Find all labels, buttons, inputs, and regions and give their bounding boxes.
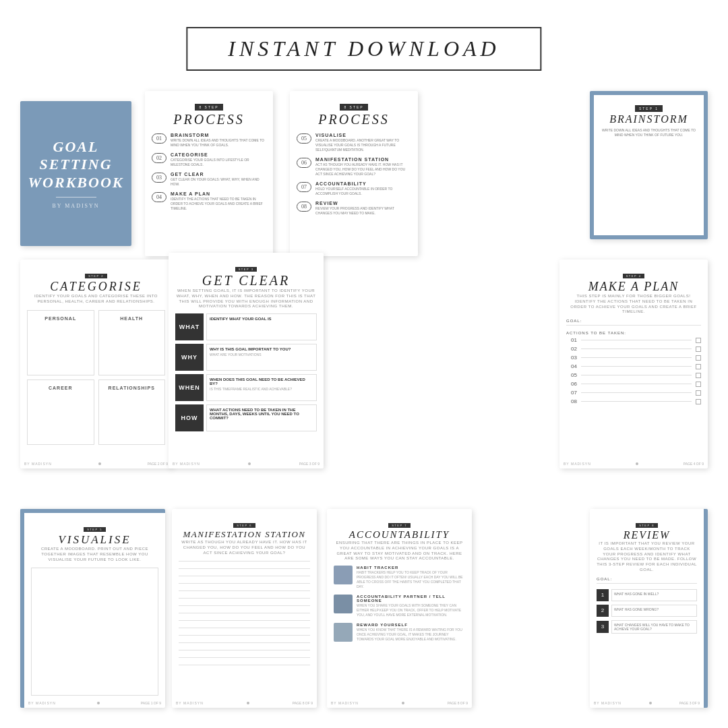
review-goal-label: GOAL:: [597, 577, 697, 581]
process2-item-8: 08 REVIEW REVIEW YOUR PROGRESS AND IDENT…: [297, 201, 411, 216]
review-heading: REVIEW: [597, 529, 697, 541]
cover-title: GOALSETTINGWORKBOOK: [28, 138, 124, 191]
get-clear-step-badge: STEP 3: [235, 267, 257, 272]
manifestation-footer: BY MADISYN PAGE 8 OF 9: [172, 701, 317, 705]
make-plan-actions-label: ACTIONS TO BE TAKEN:: [566, 331, 701, 335]
review-row-1: 1 WHAT HAS GONE IN WELL?: [597, 589, 697, 601]
plan-row-7: 07: [566, 390, 701, 396]
process1-item-2: 02 CATEGORISE CATEGORISE YOUR GOALS INTO…: [152, 152, 266, 167]
process1-heading: PROCESS: [152, 112, 266, 127]
brainstorm-heading: BRAINSTORM: [599, 113, 698, 125]
accountability-footer: BY MADISYN PAGE 8 OF 9: [327, 701, 472, 705]
plan-row-2: 02: [566, 346, 701, 352]
gc-row-how: HOW WHAT ACTIONS NEED TO BE TAKEN IN THE…: [175, 404, 317, 431]
acc-item-1: HABIT TRACKER HABIT TRACKERS HELP YOU TO…: [334, 566, 465, 589]
brainstorm-desc: WRITE DOWN ALL IDEAS AND THOUGHTS THAT C…: [599, 128, 698, 138]
brainstorm-page: STEP 1 BRAINSTORM WRITE DOWN ALL IDEAS A…: [590, 91, 708, 239]
get-clear-heading: GET CLEAR: [175, 273, 317, 289]
review-desc: IT IS IMPORTANT THAT YOU REVIEW YOUR GOA…: [597, 541, 697, 573]
categorise-footer: BY MADISYN PAGE 2 OF 9: [20, 462, 172, 466]
plan-row-1: 01: [566, 337, 701, 343]
plan-row-5: 05: [566, 372, 701, 378]
brainstorm-step-badge: STEP 1: [635, 105, 663, 112]
pages-container: GOALSETTINGWORKBOOK BY MADISYN 8 STEP PR…: [20, 88, 708, 708]
categorise-desc: IDENTIFY YOUR GOALS AND CATEGORISE THESE…: [27, 294, 165, 305]
acc-img-1: [334, 566, 353, 584]
make-plan-page: STEP 4 MAKE A PLAN THIS STEP IS MAINLY F…: [559, 260, 708, 468]
gc-row-what: WHAT IDENTIFY WHAT YOUR GOAL IS: [175, 313, 317, 340]
process1-step-badge: 8 STEP: [195, 104, 222, 111]
cat-health: HEALTH: [98, 310, 166, 375]
process2-item-6: 06 MANIFESTATION STATION ACT AS THOUGH Y…: [297, 157, 411, 177]
process1-item-4: 04 MAKE A PLAN IDENTIFY THE ACTIONS THAT…: [152, 191, 266, 211]
make-plan-goal-label: GOAL:: [566, 319, 701, 323]
cover-divider: [56, 197, 96, 198]
accountability-page: STEP 7 ACCOUNTABILITY ENSURING THAT THER…: [327, 509, 472, 708]
gc-row-why: WHY WHY IS THIS GOAL IMPORTANT TO YOU? W…: [175, 344, 317, 371]
review-row-3: 3 WHAT CHANGES WILL YOU HAVE TO MAKE TO …: [597, 620, 697, 634]
plan-row-6: 06: [566, 381, 701, 387]
make-plan-heading: MAKE A PLAN: [566, 280, 701, 294]
process-page-1: 8 STEP PROCESS 01 BRAINSTORM WRITE DOWN …: [145, 91, 273, 256]
accountability-step-badge: STEP 7: [388, 523, 411, 528]
manifestation-lines: [179, 561, 310, 665]
process1-item-3: 03 GET CLEAR GET CLEAR ON YOUR GOALS: WH…: [152, 172, 266, 187]
visualise-box: [31, 568, 158, 696]
accountability-heading: ACCOUNTABILITY: [334, 529, 465, 541]
plan-row-8: 08: [566, 398, 701, 404]
categorise-grid: PERSONAL HEALTH CAREER RELATIONSHIPS: [27, 310, 165, 445]
cat-personal: PERSONAL: [27, 310, 94, 375]
review-step-badge: STEP 8: [636, 523, 658, 528]
acc-img-2: [334, 595, 353, 613]
get-clear-footer: BY MADISYN PAGE 3 OF 9: [169, 462, 324, 466]
gc-row-when: WHEN WHEN DOES THIS GOAL NEED TO BE ACHI…: [175, 374, 317, 401]
accountability-desc: ENSURING THAT THERE ARE THINGS IN PLACE …: [334, 541, 465, 562]
plan-row-3: 03: [566, 355, 701, 361]
process-page-2: 8 STEP PROCESS 05 VISUALISE CREATE A MOO…: [290, 91, 418, 256]
cat-career: CAREER: [27, 380, 94, 445]
make-plan-step-badge: STEP 4: [623, 274, 645, 278]
manifestation-desc: WRITE AS THOUGH YOU ALREADY HAVE IT. HOW…: [179, 540, 310, 555]
categorise-page: STEP 2 CATEGORISE IDENTIFY YOUR GOALS AN…: [20, 260, 172, 468]
manifestation-step-badge: STEP 6: [233, 523, 255, 528]
process2-item-5: 05 VISUALISE CREATE A MOODBOARD. ANOTHER…: [297, 133, 411, 152]
make-plan-footer: BY MADISYN PAGE 4 OF 9: [559, 462, 708, 466]
process2-heading: PROCESS: [297, 112, 411, 127]
process1-item-1: 01 BRAINSTORM WRITE DOWN ALL IDEAS AND T…: [152, 133, 266, 148]
visualise-desc: CREATE A MOODBOARD. PRINT OUT AND PIECE …: [31, 547, 158, 562]
plan-row-4: 04: [566, 363, 701, 369]
cat-relationships: RELATIONSHIPS: [98, 380, 166, 445]
cover-page: GOALSETTINGWORKBOOK BY MADISYN: [20, 101, 131, 246]
get-clear-desc: WHEN SETTING GOALS, IT IS IMPORTANT TO I…: [175, 289, 317, 309]
cover-subtitle: BY MADISYN: [52, 203, 99, 209]
acc-item-2: ACCOUNTABILITY PARTNER / TELL SOMEONE WH…: [334, 595, 465, 617]
visualise-step-badge: STEP 5: [84, 527, 106, 532]
acc-item-3: REWARD YOURSELF WHEN YOU KNOW THAT THERE…: [334, 623, 465, 642]
header-title: INSTANT DOWNLOAD: [228, 36, 499, 61]
visualise-page: STEP 5 VISUALISE CREATE A MOODBOARD. PRI…: [20, 509, 165, 708]
manifestation-page: STEP 6 MANIFESTATION STATION WRITE AS TH…: [172, 509, 317, 708]
acc-img-3: [334, 623, 353, 642]
review-page: STEP 8 REVIEW IT IS IMPORTANT THAT YOU R…: [590, 509, 708, 708]
visualise-heading: VISUALISE: [31, 533, 158, 547]
categorise-step-badge: STEP 2: [85, 274, 107, 278]
manifestation-heading: MANIFESTATION STATION: [179, 529, 310, 540]
header-box: INSTANT DOWNLOAD: [186, 27, 541, 71]
process2-item-7: 07 ACCOUNTABILITY HOLD YOURSELF ACCOUNTA…: [297, 181, 411, 196]
categorise-heading: CATEGORISE: [27, 280, 165, 294]
visualise-footer: BY MADISYN PAGE 1 OF 9: [24, 701, 165, 705]
review-row-2: 2 WHAT HAS GONE WRONG?: [597, 605, 697, 617]
process2-step-badge: 8 STEP: [340, 104, 367, 111]
get-clear-page: STEP 3 GET CLEAR WHEN SETTING GOALS, IT …: [169, 253, 324, 468]
review-footer: BY MADISYN PAGE 3 OF 9: [590, 701, 704, 705]
make-plan-desc: THIS STEP IS MAINLY FOR THOSE BIGGER GOA…: [566, 294, 701, 315]
